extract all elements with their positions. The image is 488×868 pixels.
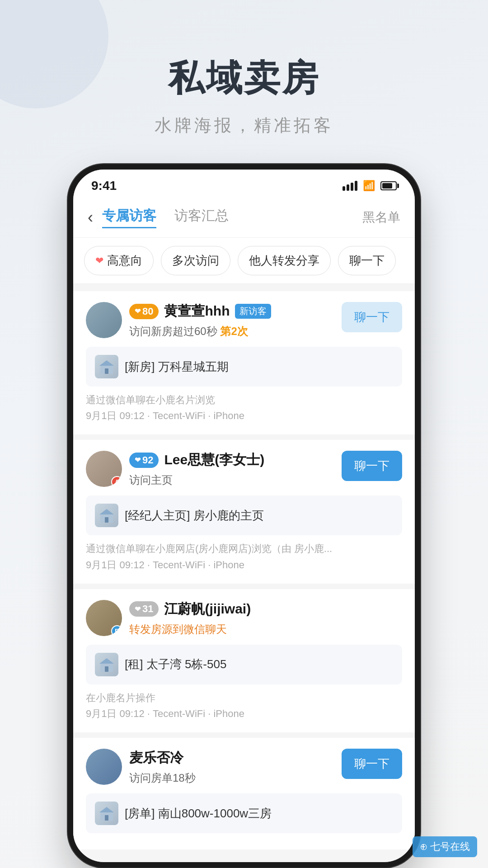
svg-marker-10 (99, 807, 114, 812)
wifi-icon: 📶 (363, 180, 375, 192)
visitor-4-header: 麦乐否冷 访问房单18秒 聊一下 (86, 749, 402, 785)
visitor-2-avatar: A (86, 451, 122, 487)
visitor-4-property-thumb (95, 802, 118, 825)
svg-rect-5 (105, 517, 108, 523)
battery-icon (380, 181, 397, 190)
visitor-2-chat-button[interactable]: 聊一下 (342, 451, 402, 481)
filter-high-intent[interactable]: ❤ 高意向 (84, 246, 154, 275)
back-button[interactable]: ‹ (88, 208, 93, 227)
visitor-card-2: A ❤ 92 Lee思慧(李女士) 访问主页 (73, 440, 415, 583)
status-right-icons: 📶 (343, 180, 397, 192)
status-time: 9:41 (91, 179, 117, 193)
visitor-3-info: ❤ 31 江蔚帆(jijiwai) 转发房源到微信聊天 (129, 600, 402, 637)
visitor-2-status: 访问主页 (129, 473, 342, 487)
hero-title: 私域卖房 (0, 54, 488, 103)
visitor-4-info: 麦乐否冷 访问房单18秒 (129, 749, 342, 785)
visitor-2-info: ❤ 92 Lee思慧(李女士) 访问主页 (129, 451, 342, 487)
visitor-2-badge: A (111, 476, 122, 487)
visitor-1-chat-button[interactable]: 聊一下 (342, 302, 402, 332)
svg-marker-4 (99, 509, 114, 514)
visitor-1-name-row: ❤ 80 黄萱萱hhh 新访客 (129, 302, 342, 321)
visitor-2-property-thumb (95, 504, 118, 527)
visitor-3-badge: B (111, 625, 122, 636)
visitor-4-status: 访问房单18秒 (129, 771, 342, 785)
filter-multi-visit[interactable]: 多次访问 (161, 246, 230, 275)
phone-frame: 9:41 📶 ‹ 专属访客 访客汇总 黑名单 (68, 164, 420, 868)
status-bar: 9:41 📶 (73, 170, 415, 198)
visitor-1-property: [新房] 万科星城五期 (86, 347, 402, 387)
filter-bar: ❤ 高意向 多次访问 他人转发分享 聊一下 (73, 238, 415, 284)
visitor-3-header: B ❤ 31 江蔚帆(jijiwai) 转发房源到微信聊天 (86, 600, 402, 637)
visitor-4-chat-button[interactable]: 聊一下 (342, 749, 402, 779)
visitor-3-status: 转发房源到微信聊天 (129, 622, 402, 637)
visitor-2-name-row: ❤ 92 Lee思慧(李女士) (129, 451, 342, 469)
heart-icon: ❤ (95, 255, 103, 267)
visitor-3-property-name: [租] 太子湾 5栋-505 (125, 656, 226, 672)
visitor-3-score: ❤ 31 (129, 601, 159, 617)
visitor-1-name: 黄萱萱hhh (164, 302, 230, 321)
visitor-2-property-name: [经纪人主页] 房小鹿的主页 (125, 508, 264, 524)
filter-chat-label: 聊一下 (349, 253, 385, 269)
svg-rect-2 (105, 368, 108, 374)
visitor-4-property: [房单] 南山800w-1000w三房 (86, 793, 402, 833)
visitor-1-header: ❤ 80 黄萱萱hhh 新访客 访问新房超过60秒 第2次 聊一下 (86, 302, 402, 339)
visitor-1-avatar (86, 302, 122, 338)
filter-shared[interactable]: 他人转发分享 (238, 246, 331, 275)
visitor-card-3: B ❤ 31 江蔚帆(jijiwai) 转发房源到微信聊天 (73, 589, 415, 732)
filter-multi-visit-label: 多次访问 (172, 253, 219, 269)
svg-rect-8 (105, 666, 108, 672)
svg-marker-1 (99, 360, 114, 366)
visitor-1-new-tag: 新访客 (235, 304, 271, 319)
filter-high-intent-label: 高意向 (107, 253, 142, 269)
watermark: ⊕ 七号在线 (413, 836, 477, 857)
visitor-1-meta: 通过微信单聊在小鹿名片浏览 9月1日 09:12 · Tecent-WiFi ·… (86, 392, 402, 424)
signal-icon (343, 181, 357, 191)
visitor-3-meta: 在小鹿名片操作 9月1日 09:12 · Tecent-WiFi · iPhon… (86, 690, 402, 722)
filter-chat[interactable]: 聊一下 (338, 246, 396, 275)
visitor-3-property: [租] 太子湾 5栋-505 (86, 645, 402, 684)
visitor-2-meta: 通过微信单聊在小鹿网店(房小鹿网店)浏览（由 房小鹿... 9月1日 09:12… (86, 541, 402, 572)
visitor-4-name: 麦乐否冷 (129, 749, 183, 767)
nav-tabs: 专属访客 访客汇总 (102, 207, 362, 228)
filter-shared-label: 他人转发分享 (249, 253, 319, 269)
visitor-1-score: ❤ 80 (129, 304, 159, 319)
visitor-1-info: ❤ 80 黄萱萱hhh 新访客 访问新房超过60秒 第2次 (129, 302, 342, 339)
visitor-card-1: ❤ 80 黄萱萱hhh 新访客 访问新房超过60秒 第2次 聊一下 (73, 291, 415, 434)
heart-icon-small-2: ❤ (135, 456, 141, 464)
hero-section: 私域卖房 水牌海报，精准拓客 (0, 0, 488, 164)
visitor-3-name: 江蔚帆(jijiwai) (164, 600, 251, 618)
visitor-2-name: Lee思慧(李女士) (164, 451, 264, 469)
hero-subtitle: 水牌海报，精准拓客 (0, 114, 488, 137)
visitor-1-property-name: [新房] 万科星城五期 (125, 359, 229, 375)
visitor-2-score: ❤ 92 (129, 453, 159, 468)
visitor-3-avatar: B (86, 600, 122, 636)
visitor-card-4: 麦乐否冷 访问房单18秒 聊一下 [房单] 南山800w-1000w三房 (73, 738, 415, 849)
visitor-2-header: A ❤ 92 Lee思慧(李女士) 访问主页 (86, 451, 402, 487)
tab-exclusive[interactable]: 专属访客 (102, 207, 156, 228)
visitor-1-status-highlight: 第2次 (220, 325, 248, 337)
visitor-1-status: 访问新房超过60秒 第2次 (129, 324, 342, 339)
visitor-2-property: [经纪人主页] 房小鹿的主页 (86, 495, 402, 535)
visitor-1-property-thumb (95, 355, 118, 378)
content-area: ❤ 80 黄萱萱hhh 新访客 访问新房超过60秒 第2次 聊一下 (73, 284, 415, 862)
visitor-3-name-row: ❤ 31 江蔚帆(jijiwai) (129, 600, 402, 618)
visitor-4-property-name: [房单] 南山800w-1000w三房 (125, 806, 272, 821)
svg-marker-7 (99, 658, 114, 664)
heart-icon-small: ❤ (135, 307, 141, 316)
visitor-4-avatar (86, 749, 122, 785)
blacklist-button[interactable]: 黑名单 (362, 209, 400, 226)
phone-container: 9:41 📶 ‹ 专属访客 访客汇总 黑名单 (0, 164, 488, 868)
visitor-3-property-thumb (95, 653, 118, 676)
svg-rect-11 (105, 815, 108, 821)
tab-summary[interactable]: 访客汇总 (174, 207, 229, 228)
heart-icon-small-3: ❤ (135, 605, 141, 613)
nav-bar: ‹ 专属访客 访客汇总 黑名单 (73, 198, 415, 238)
visitor-4-name-row: 麦乐否冷 (129, 749, 342, 767)
